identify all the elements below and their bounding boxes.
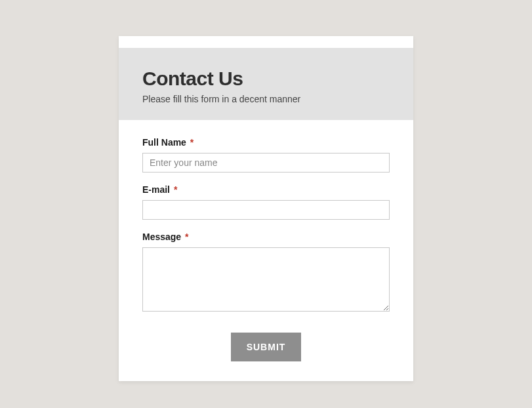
card-header: Contact Us Please fill this form in a de… [119, 48, 413, 120]
submit-wrap: SUBMIT [142, 333, 390, 361]
fullname-input[interactable] [142, 153, 390, 173]
fullname-required: * [190, 137, 194, 148]
fullname-label: Full Name * [142, 137, 390, 148]
submit-button[interactable]: SUBMIT [231, 333, 302, 361]
page-subtitle: Please fill this form in a decent manner [142, 94, 390, 104]
email-label: E-mail * [142, 184, 390, 195]
email-required: * [174, 184, 177, 195]
email-input[interactable] [142, 200, 390, 220]
card-body: Full Name * E-mail * Message * SUBMIT [119, 120, 413, 381]
form-group-message: Message * [142, 232, 390, 314]
page-title: Contact Us [142, 68, 390, 90]
contact-card: Contact Us Please fill this form in a de… [119, 36, 413, 381]
message-label: Message * [142, 232, 390, 242]
form-group-email: E-mail * [142, 184, 390, 220]
message-label-text: Message [142, 232, 181, 242]
fullname-label-text: Full Name [142, 137, 186, 148]
email-label-text: E-mail [142, 184, 170, 195]
message-textarea[interactable] [142, 247, 390, 312]
form-group-fullname: Full Name * [142, 137, 390, 173]
message-required: * [185, 232, 188, 242]
